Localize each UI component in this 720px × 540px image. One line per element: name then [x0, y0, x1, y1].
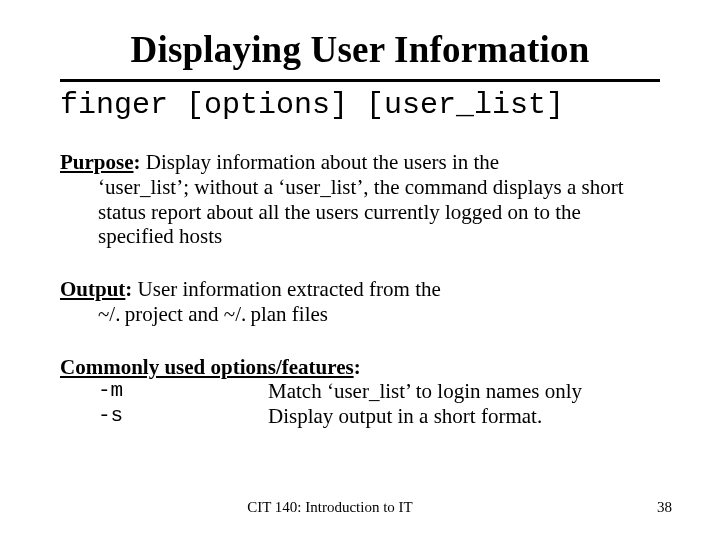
purpose-colon: :: [134, 150, 141, 174]
purpose-section: Purpose: Display information about the u…: [60, 150, 660, 249]
purpose-label: Purpose: [60, 150, 134, 174]
option-row: -m Match ‘user_list’ to login names only: [98, 379, 660, 404]
title-rule: [60, 79, 660, 82]
output-label: Output: [60, 277, 125, 301]
purpose-lead: Display information about the users in t…: [141, 150, 500, 174]
output-body: ~/. project and ~/. plan files: [60, 302, 660, 327]
option-desc: Match ‘user_list’ to login names only: [268, 379, 660, 404]
option-row: -s Display output in a short format.: [98, 404, 660, 429]
purpose-body: ‘user_list’; without a ‘user_list’, the …: [60, 175, 660, 249]
footer-page-number: 38: [657, 499, 672, 516]
footer: CIT 140: Introduction to IT 38: [0, 499, 720, 516]
options-label: Commonly used options/features: [60, 355, 354, 379]
output-section: Output: User information extracted from …: [60, 277, 660, 327]
slide-title: Displaying User Information: [60, 28, 660, 71]
option-flag: -s: [98, 404, 268, 429]
slide: Displaying User Information finger [opti…: [0, 0, 720, 540]
options-section: Commonly used options/features: -m Match…: [60, 355, 660, 429]
options-colon: :: [354, 355, 361, 379]
output-lead: User information extracted from the: [132, 277, 440, 301]
option-flag: -m: [98, 379, 268, 404]
option-desc: Display output in a short format.: [268, 404, 660, 429]
footer-course: CIT 140: Introduction to IT: [0, 499, 660, 516]
options-table: -m Match ‘user_list’ to login names only…: [60, 379, 660, 429]
command-syntax: finger [options] [user_list]: [60, 88, 660, 122]
